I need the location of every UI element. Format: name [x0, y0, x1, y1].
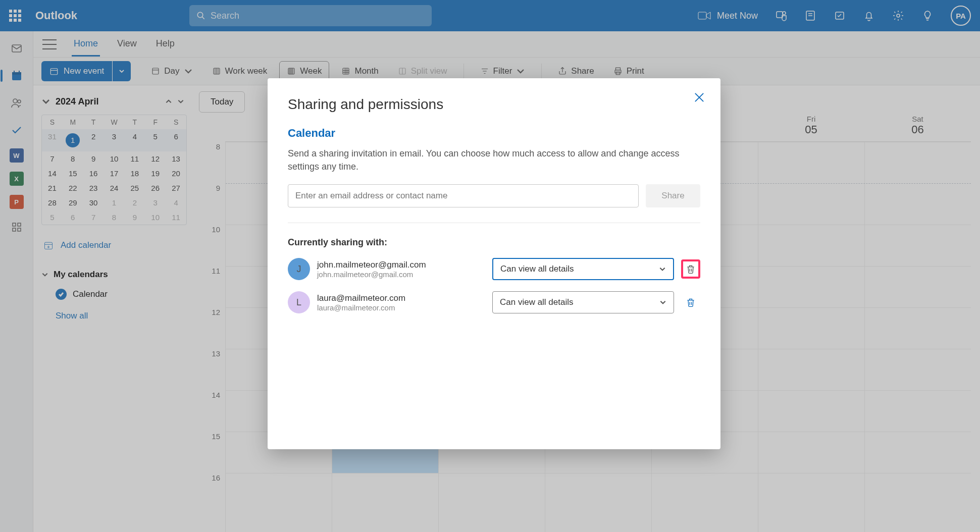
- month-next[interactable]: [175, 95, 187, 108]
- search-input[interactable]: [211, 11, 425, 21]
- hour-label: 11: [195, 266, 225, 307]
- mini-cal-day[interactable]: 12: [145, 151, 166, 166]
- mini-cal-day[interactable]: 20: [166, 166, 186, 181]
- mini-cal-day[interactable]: 29: [63, 195, 83, 210]
- rail-tasks[interactable]: [8, 121, 26, 139]
- sharing-permissions-modal: Sharing and permissions Calendar Send a …: [268, 78, 720, 449]
- mini-cal-day[interactable]: 7: [83, 210, 104, 225]
- chevron-down-icon: [184, 67, 193, 76]
- svg-rect-41: [615, 68, 620, 70]
- mini-cal-day[interactable]: 21: [42, 181, 63, 195]
- mini-cal-day[interactable]: 10: [104, 151, 125, 166]
- toolbar-divider: [541, 64, 542, 79]
- tab-home[interactable]: Home: [72, 32, 100, 57]
- mini-cal-day[interactable]: 18: [124, 166, 145, 181]
- mini-cal-day[interactable]: 24: [104, 181, 125, 195]
- nav-toggle-icon[interactable]: [42, 39, 57, 49]
- mini-cal-day[interactable]: 31: [42, 129, 63, 151]
- mini-calendar[interactable]: SMTWTFS 31123456789101112131415161718192…: [41, 115, 187, 225]
- chevron-down-icon[interactable]: [41, 97, 50, 106]
- todo-icon[interactable]: [834, 10, 846, 22]
- mini-cal-day[interactable]: 4: [166, 195, 186, 210]
- bell-icon[interactable]: [863, 10, 875, 22]
- mini-cal-day[interactable]: 27: [166, 181, 186, 195]
- notes-icon[interactable]: [804, 10, 816, 22]
- mini-cal-day[interactable]: 15: [63, 166, 83, 181]
- mini-cal-day[interactable]: 30: [83, 195, 104, 210]
- tips-icon[interactable]: [921, 10, 934, 22]
- mini-cal-day[interactable]: 3: [104, 129, 125, 151]
- mini-cal-day[interactable]: 2: [83, 129, 104, 151]
- share-entry: Llaura@mailmeteor.comlaura@mailmeteor.co…: [288, 291, 700, 313]
- mini-cal-day[interactable]: 10: [145, 210, 166, 225]
- mini-cal-day[interactable]: 16: [83, 166, 104, 181]
- remove-share-button[interactable]: [681, 293, 700, 312]
- remove-share-button[interactable]: [681, 259, 700, 279]
- mini-cal-day[interactable]: 6: [63, 210, 83, 225]
- mini-cal-day[interactable]: 8: [63, 151, 83, 166]
- mini-cal-day[interactable]: 25: [124, 181, 145, 195]
- view-day-button[interactable]: Day: [144, 61, 199, 81]
- permission-select[interactable]: Can view all details: [492, 291, 674, 313]
- user-avatar[interactable]: PA: [951, 6, 971, 26]
- meet-now-button[interactable]: Meet Now: [698, 11, 758, 21]
- teams-icon[interactable]: [775, 10, 787, 22]
- arrow-up-icon: [165, 98, 172, 105]
- new-event-caret[interactable]: [113, 61, 131, 81]
- mini-cal-day[interactable]: 28: [42, 195, 63, 210]
- app-launcher-icon[interactable]: [9, 10, 21, 22]
- view-workweek-button[interactable]: Work week: [205, 61, 275, 81]
- rail-people[interactable]: [8, 94, 26, 112]
- mini-cal-day[interactable]: 4: [124, 129, 145, 151]
- share-entry: Jjohn.mailmeteor@gmail.comjohn.mailmeteo…: [288, 258, 700, 280]
- mini-cal-day[interactable]: 23: [83, 181, 104, 195]
- svg-point-15: [13, 99, 17, 103]
- mini-cal-day[interactable]: 1: [63, 129, 83, 151]
- tab-help[interactable]: Help: [154, 32, 177, 57]
- add-calendar-button[interactable]: Add calendar: [41, 236, 187, 254]
- mini-cal-day[interactable]: 9: [124, 210, 145, 225]
- svg-point-9: [897, 14, 900, 17]
- close-button[interactable]: [692, 90, 706, 104]
- mini-cal-day[interactable]: 13: [166, 151, 186, 166]
- mini-cal-day[interactable]: 6: [166, 129, 186, 151]
- mini-cal-day[interactable]: 8: [104, 210, 125, 225]
- mini-cal-day[interactable]: 19: [145, 166, 166, 181]
- tab-view[interactable]: View: [115, 32, 139, 57]
- entry-info: john.mailmeteor@gmail.comjohn.mailmeteor…: [317, 260, 485, 279]
- mini-cal-day[interactable]: 2: [124, 195, 145, 210]
- mini-cal-day[interactable]: 11: [166, 210, 186, 225]
- mini-cal-day[interactable]: 11: [124, 151, 145, 166]
- mini-cal-day[interactable]: 7: [42, 151, 63, 166]
- mini-cal-day[interactable]: 22: [63, 181, 83, 195]
- rail-word-icon[interactable]: W: [10, 148, 24, 163]
- rail-excel-icon[interactable]: X: [10, 172, 24, 186]
- permission-select[interactable]: Can view all details: [492, 258, 674, 280]
- mini-cal-day[interactable]: 1: [104, 195, 125, 210]
- mini-cal-day[interactable]: 3: [145, 195, 166, 210]
- month-prev[interactable]: [163, 95, 175, 108]
- mini-cal-day[interactable]: 14: [42, 166, 63, 181]
- mini-cal-day[interactable]: 17: [104, 166, 125, 181]
- mini-cal-day[interactable]: 5: [42, 210, 63, 225]
- calendar-list-item[interactable]: Calendar: [41, 284, 187, 305]
- hour-label: 14: [195, 390, 225, 432]
- mini-cal-day[interactable]: 26: [145, 181, 166, 195]
- mini-cal-day[interactable]: 9: [83, 151, 104, 166]
- time-column: 8910111213141516: [195, 142, 225, 532]
- show-all-button[interactable]: Show all: [41, 305, 187, 327]
- rail-more-apps[interactable]: [8, 218, 26, 236]
- mini-cal-day[interactable]: 5: [145, 129, 166, 151]
- hour-label: 10: [195, 225, 225, 266]
- rail-calendar[interactable]: [8, 67, 26, 85]
- share-email-input[interactable]: [288, 184, 639, 207]
- my-calendars-group[interactable]: My calendars: [41, 265, 187, 284]
- gear-icon[interactable]: [892, 10, 904, 22]
- svg-point-16: [18, 100, 21, 103]
- trash-icon: [686, 297, 696, 308]
- search-box[interactable]: [189, 5, 432, 26]
- rail-powerpoint-icon[interactable]: P: [10, 195, 24, 209]
- rail-mail[interactable]: [8, 39, 26, 58]
- new-event-button[interactable]: New event: [41, 61, 112, 81]
- header-right: Meet Now PA: [698, 6, 971, 26]
